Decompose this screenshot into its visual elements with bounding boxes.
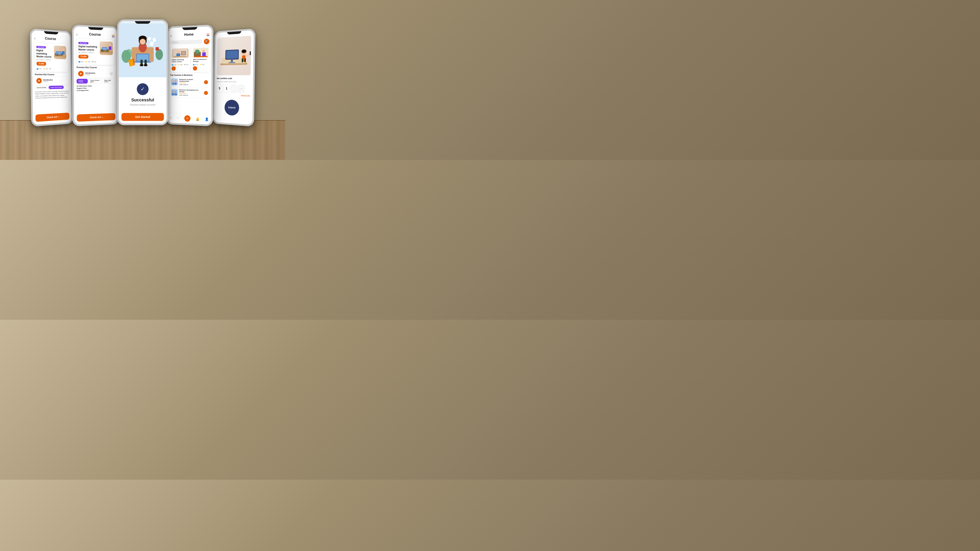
phone-3-wrapper: ✓ Successful Password change successful …	[117, 19, 168, 125]
featured-arrow-2[interactable]: ›	[193, 66, 197, 71]
price-tag-2: 75.00$	[78, 55, 88, 59]
phone-1: ‹ Course Best Seller Digital marketing M…	[30, 29, 73, 127]
play-button-1[interactable]	[37, 78, 42, 84]
tab-what-learn-2[interactable]: What I Will Learn ?	[102, 79, 115, 84]
course-info-1: Best Seller Digital marketing Master cou…	[36, 44, 53, 67]
home-header: ‹ Home	[170, 32, 210, 39]
featured-thumb-1	[172, 48, 189, 58]
code-box-4[interactable]: —	[238, 85, 244, 93]
tab-course-included-2[interactable]: Course Inclded	[76, 79, 88, 84]
nav-person-icon[interactable]: 👤	[205, 117, 209, 121]
nav-heart-icon[interactable]: ♡	[177, 116, 179, 120]
success-subtitle: Password change successful	[130, 104, 155, 106]
tab-course-description-2[interactable]: Course Descri ption	[89, 79, 102, 84]
checkout-button-1[interactable]: Check out ›	[35, 113, 70, 122]
stat-hearts-1: ❤	[49, 68, 51, 70]
course-thumb-1	[171, 78, 178, 86]
nav-bell-icon[interactable]: 🔔	[196, 117, 199, 121]
featured-arrow-1[interactable]: ›	[172, 67, 176, 71]
checkout-arrow-2: ›	[102, 116, 103, 119]
lesson-item-2[interactable]: Introduction 2.50min ›	[76, 70, 115, 78]
checkmark-icon: ✓	[140, 86, 145, 92]
stats-row-1: 👥 5.2K ⭐ 4.9K ❤	[37, 68, 67, 70]
featured-stats-2: 👥 5.2K ⭐ 4.9K	[193, 64, 208, 65]
code-box-3[interactable]	[231, 85, 237, 93]
course-list-arrow-1[interactable]: ›	[204, 80, 208, 84]
lesson-item-1[interactable]: Introduction 2.50min	[35, 77, 69, 85]
notch-2	[88, 25, 103, 30]
lesson-duration-2: 2.50min	[85, 74, 108, 75]
course-list-item-1[interactable]: Business an alysis fundamentals ★★★★★ US…	[170, 78, 209, 87]
checkout-button-2[interactable]: Check out ›	[77, 113, 115, 122]
featured-card-2[interactable]: Start a business in 90 days 👥 5.2K ⭐ 4.9…	[191, 46, 210, 72]
screen-2: ‹ Course Best Seller	[73, 26, 118, 125]
course-body-text-1: Lorem ipsum dolor sit amet, consectetur …	[35, 91, 69, 100]
get-started-button[interactable]: Get Started	[121, 113, 164, 121]
svg-rect-44	[181, 52, 185, 55]
success-circle: ✓	[137, 83, 149, 95]
course-list-info-1: Business an alysis fundamentals ★★★★★ US…	[179, 79, 202, 86]
svg-point-18	[126, 49, 132, 58]
course-list-arrow-2[interactable]: ›	[204, 91, 208, 95]
lesson-arrow-2[interactable]: ›	[109, 71, 113, 76]
course-thumb-svg-1	[173, 48, 188, 58]
reading-person-svg	[119, 22, 167, 76]
featured-card-1[interactable]: Digital marketing master course 👥 1.2K ⭐…	[170, 47, 190, 72]
featured-card-title-2: Start a business in 90 days	[193, 59, 208, 63]
home-title: Home	[172, 32, 207, 37]
course-thumb-2	[171, 89, 178, 96]
course-info-2: Best Seller Digital marketing Master cou…	[78, 41, 99, 60]
code-box-1[interactable]: 5	[216, 85, 223, 92]
stat-stars-2: ⭐ 4.9K	[85, 61, 91, 63]
svg-point-2	[62, 48, 65, 51]
code-box-2[interactable]: 1	[223, 85, 230, 92]
svg-rect-62	[173, 94, 175, 95]
course-list-info-2: Business development for startup ★★★★★ U…	[179, 89, 202, 97]
tab-course-description-1[interactable]: Course Descri ption	[49, 86, 64, 89]
search-button[interactable]: 🔍	[204, 39, 209, 44]
phone5-content: the verified code sent you a verified co…	[213, 30, 254, 125]
business-icon-1	[171, 78, 178, 86]
course-author-2: By: Charles J. Hebron.	[78, 52, 98, 54]
best-seller-badge-1: Best Seller	[36, 46, 46, 48]
checkout-arrow-1: ›	[58, 115, 59, 118]
preview-title-2: Preview this Course	[76, 66, 115, 69]
tabs-row-2: Course Inclded Course Descri ption What …	[76, 79, 115, 84]
course-title-text-2: Digital marketing Master course	[78, 45, 98, 52]
course-title-1: Course	[35, 36, 65, 41]
nav-home-icon[interactable]: ⌂	[170, 116, 172, 119]
svg-point-10	[108, 44, 111, 46]
success-title: Successful	[131, 97, 154, 102]
lesson-name-2: Introduction	[85, 72, 108, 74]
course-list-name-1: Business an alysis fundamentals	[179, 79, 202, 82]
verify-person-svg	[217, 38, 251, 73]
course-title-text-1: Digital marketing Master course	[36, 49, 53, 59]
lesson-info-2: Introduction 2.50min	[85, 72, 108, 75]
course-list-item-2[interactable]: Business development for startup ★★★★★ U…	[170, 88, 209, 98]
course-list-name-2: Business development for startup	[179, 89, 202, 93]
best-seller-badge-2: Best Seller	[78, 42, 89, 44]
flag-icon-2	[112, 35, 115, 37]
lesson-info-1: Introduction 2.50min	[43, 79, 67, 82]
resend-link[interactable]: Resend code.	[216, 94, 250, 97]
success-bottom: ✓ Successful Password change successful …	[119, 77, 167, 124]
tab-course-included-1[interactable]: Course Inclded	[35, 86, 48, 89]
stats-row-2: 👥 5.2K ⭐ 4.9K ❤ 8.1K	[78, 61, 113, 63]
detail-files: Support Files	[76, 87, 115, 89]
svg-rect-73	[250, 51, 251, 55]
search-bar[interactable]: Search	[170, 40, 202, 44]
success-illustration	[119, 21, 167, 77]
play-triangle-2	[80, 73, 82, 75]
play-button-2[interactable]	[78, 71, 84, 76]
verify-title: the verified code	[217, 77, 250, 79]
submit-button[interactable]: Submit	[224, 100, 239, 116]
featured-thumb-2	[193, 48, 209, 58]
course-title-2: Course	[78, 32, 112, 37]
heart-icon-1: ❤	[49, 68, 51, 70]
resend-text[interactable]: Resend code.	[241, 94, 250, 97]
course-author-1: By: Charles J. Hebron.	[37, 59, 53, 61]
course-card-inner-2: Best Seller Digital marketing Master cou…	[78, 41, 113, 60]
course-header-1: ‹ Course	[34, 36, 68, 43]
notch-4	[182, 25, 197, 30]
nav-plus-button[interactable]: +	[184, 115, 190, 122]
